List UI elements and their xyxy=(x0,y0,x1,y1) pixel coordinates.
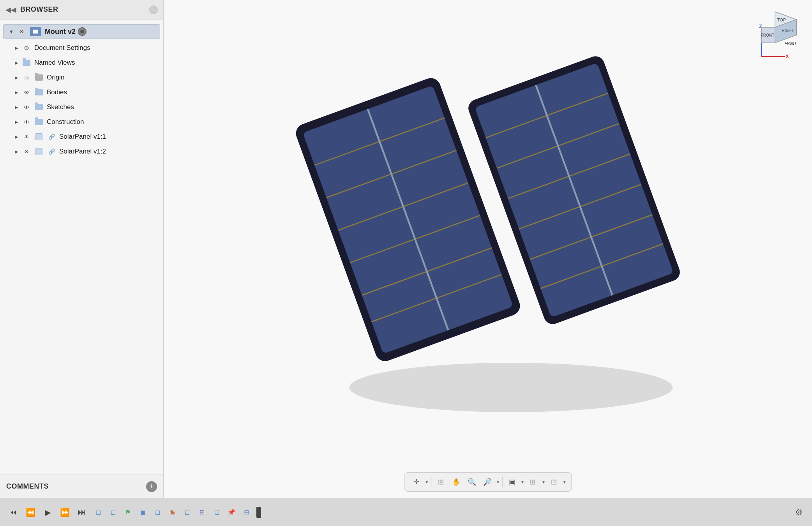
view-cube[interactable]: Z X TOP FRONT RIGHT FRonT xyxy=(754,8,800,58)
tree-item-construction[interactable]: ▶ 👁 Construction xyxy=(0,115,163,129)
timeline-cut1[interactable]: ◉ xyxy=(166,506,178,519)
expand-icon[interactable]: ▶ xyxy=(12,118,20,126)
folder-icon-bodies xyxy=(34,88,44,97)
timeline-pin[interactable]: 📌 xyxy=(225,506,238,519)
go-end-button[interactable]: ⏭ xyxy=(75,505,89,519)
expand-icon[interactable]: ▶ xyxy=(12,74,20,81)
toolbar-separator-2 xyxy=(502,477,503,487)
eye-icon-sketches[interactable]: 👁 xyxy=(22,102,31,112)
tree-item-document-settings[interactable]: ▶ ⚙ Document Settings xyxy=(0,41,163,55)
main-area: ◀◀ BROWSER — ▼ 👁 Mount v2 ▶ xyxy=(0,0,812,498)
move-tool-button[interactable]: ✛ xyxy=(409,475,423,489)
eye-icon-solar1[interactable]: 👁 xyxy=(22,132,31,141)
timeline-icons-row: ◻ ◻ ⚑ ◼ ◻ ◉ ◻ ⊞ ◻ 📌 ⊟ xyxy=(92,506,263,519)
gear-icon: ⚙ xyxy=(22,43,31,53)
timeline-sketch1[interactable]: ◻ xyxy=(92,506,104,519)
eye-icon-solar2[interactable]: 👁 xyxy=(22,147,31,156)
folder-icon-origin xyxy=(34,73,44,82)
item-label-sketches: Sketches xyxy=(47,103,74,111)
timeline-sketch5[interactable]: ◻ xyxy=(210,506,223,519)
grid-button[interactable]: ⊞ xyxy=(526,475,540,489)
next-button[interactable]: ⏩ xyxy=(58,505,72,519)
expand-icon[interactable]: ▶ xyxy=(12,88,20,96)
display-mode-button[interactable]: ▣ xyxy=(505,475,519,489)
root-expand-icon[interactable]: ▼ xyxy=(7,28,15,35)
model-svg xyxy=(183,12,812,467)
comments-label: COMMENTS xyxy=(6,482,49,491)
pan-button[interactable]: ✋ xyxy=(449,475,463,489)
expand-icon[interactable]: ▶ xyxy=(12,148,20,155)
tree-item-bodies[interactable]: ▶ 👁 Bodies xyxy=(0,85,163,100)
shadow-ellipse xyxy=(350,363,673,412)
display-arrow-icon[interactable]: ▼ xyxy=(521,480,524,484)
go-start-button[interactable]: ⏮ xyxy=(6,505,20,519)
view-cube-svg: Z X TOP FRONT RIGHT FRonT xyxy=(754,8,804,62)
cube-front-label: FRONT xyxy=(761,33,774,37)
expand-icon[interactable]: ▶ xyxy=(12,133,20,141)
move-arrow-icon[interactable]: ▼ xyxy=(425,480,429,484)
tree-item-solar-panel-2[interactable]: ▶ 👁 🔗 SolarPanel v1:2 xyxy=(0,144,163,159)
record-button-inner xyxy=(80,30,84,34)
expand-icon[interactable]: ▶ xyxy=(12,103,20,111)
timeline-sketch4[interactable]: ◻ xyxy=(181,506,193,519)
root-component-icon xyxy=(30,27,41,36)
item-label-solar-panel-2: SolarPanel v1:2 xyxy=(59,148,106,155)
item-label-construction: Construction xyxy=(47,118,84,126)
grid-arrow-icon[interactable]: ▼ xyxy=(542,480,545,484)
item-label-solar-panel-1: SolarPanel v1:1 xyxy=(59,133,106,141)
sidebar: ◀◀ BROWSER — ▼ 👁 Mount v2 ▶ xyxy=(0,0,164,498)
sidebar-header: ◀◀ BROWSER — xyxy=(0,0,163,19)
svg-text:X: X xyxy=(786,53,789,59)
sidebar-minimize-button[interactable]: — xyxy=(149,5,158,14)
item-label-origin: Origin xyxy=(47,74,64,81)
item-label-bodies: Bodies xyxy=(47,88,67,96)
root-label: Mount v2 xyxy=(45,28,76,36)
tree-item-solar-panel-1[interactable]: ▶ 👁 🔗 SolarPanel v1:1 xyxy=(0,129,163,144)
tree-item-sketches[interactable]: ▶ 👁 Sketches xyxy=(0,100,163,115)
item-label-named-views: Named Views xyxy=(34,59,75,67)
folder-icon-construction xyxy=(34,117,44,127)
record-button[interactable] xyxy=(78,27,86,36)
eye-icon-construction[interactable]: 👁 xyxy=(22,117,31,127)
zoom-fit-button[interactable]: 🔍 xyxy=(465,475,479,489)
snap-button[interactable]: ⊡ xyxy=(547,475,561,489)
eye-icon-bodies[interactable]: 👁 xyxy=(22,88,31,97)
prev-button[interactable]: ⏪ xyxy=(23,505,37,519)
solar-panels-model xyxy=(183,12,812,467)
tree-item-origin[interactable]: ▶ ◎ Origin xyxy=(0,70,163,85)
zoom-arrow-icon[interactable]: ▼ xyxy=(496,480,500,484)
timeline-marker[interactable] xyxy=(256,507,261,518)
timeline-bar: ⏮ ⏪ ▶ ⏩ ⏭ ◻ ◻ ⚑ ◼ ◻ ◉ ◻ ⊞ ◻ 📌 ⊟ ⚙ xyxy=(0,498,812,526)
component-icon-solar1 xyxy=(34,132,44,141)
sidebar-title: BROWSER xyxy=(20,5,149,14)
add-comment-button[interactable]: + xyxy=(146,481,157,492)
expand-icon[interactable]: ▶ xyxy=(12,59,20,67)
back-arrow-icon[interactable]: ◀◀ xyxy=(5,5,16,14)
snap-arrow-icon[interactable]: ▼ xyxy=(563,480,567,484)
tree-root-item[interactable]: ▼ 👁 Mount v2 xyxy=(3,24,160,39)
viewport-toolbar: ✛ ▼ ⊞ ✋ 🔍 🔎 ▼ ▣ ▼ ⊞ ▼ ⊡ ▼ xyxy=(404,472,572,492)
folder-icon-sketches xyxy=(34,102,44,112)
sidebar-tree: ▼ 👁 Mount v2 ▶ ⚙ Document Settings xyxy=(0,19,163,475)
expand-icon[interactable]: ▶ xyxy=(12,44,20,52)
play-button[interactable]: ▶ xyxy=(41,505,55,519)
components-button[interactable]: ⊞ xyxy=(434,475,448,489)
cube-corner-label: FRonT xyxy=(785,41,797,46)
settings-button[interactable]: ⚙ xyxy=(792,505,806,519)
link-icon-solar2: 🔗 xyxy=(47,147,56,156)
viewport[interactable]: Z X TOP FRONT RIGHT FRonT ✛ ▼ ⊞ ✋ xyxy=(164,0,812,498)
timeline-flag[interactable]: ⚑ xyxy=(122,506,134,519)
timeline-extrude1[interactable]: ◼ xyxy=(136,506,149,519)
item-label-document-settings: Document Settings xyxy=(34,44,90,52)
comments-bar: COMMENTS + xyxy=(0,475,163,498)
component-icon-solar2 xyxy=(34,147,44,156)
root-eye-icon[interactable]: 👁 xyxy=(17,27,26,36)
timeline-pattern[interactable]: ⊞ xyxy=(196,506,208,519)
timeline-sketch3[interactable]: ◻ xyxy=(151,506,164,519)
folder-icon-named-views xyxy=(22,58,31,67)
timeline-sketch2[interactable]: ◻ xyxy=(107,506,119,519)
timeline-component[interactable]: ⊟ xyxy=(240,506,252,519)
eye-hidden-icon[interactable]: ◎ xyxy=(22,73,31,82)
tree-item-named-views[interactable]: ▶ Named Views xyxy=(0,55,163,70)
zoom-menu-button[interactable]: 🔎 xyxy=(480,475,494,489)
